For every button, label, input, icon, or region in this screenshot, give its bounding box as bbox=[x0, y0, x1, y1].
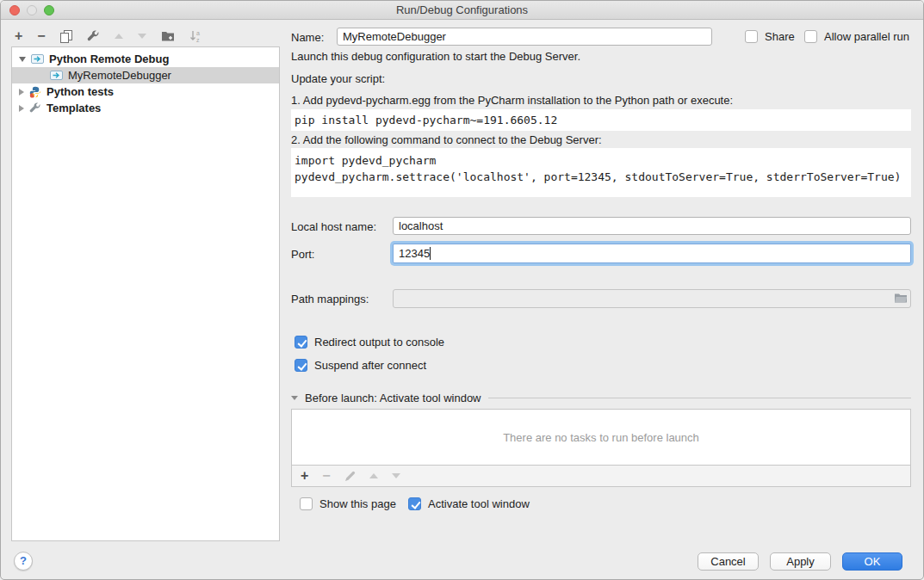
chevron-expanded-icon[interactable] bbox=[19, 57, 26, 62]
tree-item-label: MyRemoteDebugger bbox=[68, 69, 171, 82]
path-mappings-label: Path mappings: bbox=[291, 293, 369, 305]
tree-item-label: Python Remote Debug bbox=[49, 52, 169, 65]
port-label: Port: bbox=[291, 248, 314, 261]
tree-item-label: Templates bbox=[47, 102, 101, 114]
redirect-output-row: Redirect output to console bbox=[295, 336, 444, 349]
ok-button[interactable]: OK bbox=[842, 552, 902, 571]
chevron-collapsed-icon[interactable] bbox=[19, 89, 24, 96]
step-1-text: 1. Add pydevd-pycharm.egg from the PyCha… bbox=[291, 94, 733, 107]
apply-button[interactable]: Apply bbox=[770, 552, 831, 571]
before-launch-title: Before launch: Activate tool window bbox=[305, 392, 481, 404]
empty-task-list-text: There are no tasks to run before launch bbox=[503, 431, 699, 444]
edit-templates-wrench-icon[interactable] bbox=[87, 30, 100, 43]
tree-item-templates[interactable]: Templates bbox=[12, 100, 279, 116]
chevron-collapsed-icon[interactable] bbox=[19, 105, 24, 112]
path-mappings-input[interactable] bbox=[393, 289, 911, 308]
show-this-page-row: Show this page bbox=[300, 497, 396, 510]
move-task-up-icon bbox=[369, 473, 378, 478]
description-line-1: Launch this debug configuration to start… bbox=[291, 50, 580, 63]
allow-parallel-checkbox-row: Allow parallel run bbox=[804, 30, 909, 43]
move-up-icon bbox=[115, 34, 123, 39]
share-checkbox-row: Share bbox=[745, 30, 795, 43]
tree-item-python-remote-debug[interactable]: Python Remote Debug bbox=[12, 51, 279, 67]
run-debug-configurations-dialog: Run/Debug Configurations + − az Python R… bbox=[0, 0, 924, 580]
configurations-toolbar: + − az bbox=[15, 29, 202, 43]
show-this-page-label: Show this page bbox=[319, 497, 396, 510]
remote-debug-icon bbox=[31, 53, 44, 65]
share-label: Share bbox=[765, 30, 795, 43]
sort-alphabetically-icon[interactable]: az bbox=[189, 30, 202, 43]
separator-line bbox=[488, 398, 911, 398]
suspend-after-connect-row: Suspend after connect bbox=[295, 359, 426, 372]
tree-item-myremotedebugger[interactable]: MyRemoteDebugger bbox=[12, 67, 279, 83]
pip-install-code-block: pip install pydevd-pycharm~=191.6605.12 bbox=[291, 109, 911, 131]
code-line-2: pydevd_pycharm.settrace('localhost', por… bbox=[295, 169, 911, 185]
tree-item-label: Python tests bbox=[47, 85, 114, 98]
configurations-tree: Python Remote Debug MyRemoteDebugger Pyt… bbox=[11, 46, 280, 541]
new-folder-icon[interactable] bbox=[161, 30, 175, 42]
svg-text:z: z bbox=[196, 37, 200, 43]
before-launch-task-list[interactable]: There are no tasks to run before launch bbox=[291, 409, 911, 466]
remove-configuration-icon[interactable]: − bbox=[37, 30, 45, 42]
add-configuration-icon[interactable]: + bbox=[15, 30, 22, 42]
tree-item-python-tests[interactable]: Python tests bbox=[12, 83, 279, 100]
allow-parallel-run-label: Allow parallel run bbox=[824, 30, 909, 43]
edit-task-pencil-icon bbox=[344, 471, 356, 482]
templates-wrench-icon bbox=[29, 102, 41, 114]
cancel-button[interactable]: Cancel bbox=[698, 552, 759, 571]
task-list-toolbar: + − bbox=[291, 466, 911, 487]
title-bar: Run/Debug Configurations bbox=[1, 1, 923, 20]
python-tests-icon bbox=[29, 86, 41, 98]
name-input[interactable] bbox=[337, 28, 712, 46]
port-input-wrapper bbox=[393, 244, 911, 263]
redirect-output-label: Redirect output to console bbox=[314, 336, 444, 349]
copy-configuration-icon[interactable] bbox=[60, 30, 72, 43]
browse-folder-icon[interactable] bbox=[894, 293, 908, 306]
code-line-1: import pydevd_pycharm bbox=[295, 152, 911, 169]
redirect-output-checkbox[interactable] bbox=[295, 336, 307, 349]
collapse-triangle-icon[interactable] bbox=[291, 396, 298, 400]
remote-debug-icon bbox=[50, 70, 63, 81]
settrace-code-block: import pydevd_pycharm pydevd_pycharm.set… bbox=[291, 148, 911, 197]
remove-task-icon: − bbox=[322, 470, 330, 482]
help-button[interactable]: ? bbox=[14, 552, 33, 571]
move-down-icon bbox=[138, 34, 146, 39]
move-task-down-icon bbox=[392, 473, 400, 478]
before-launch-header[interactable]: Before launch: Activate tool window bbox=[291, 392, 911, 404]
text-caret bbox=[430, 247, 431, 260]
allow-parallel-run-checkbox[interactable] bbox=[804, 30, 817, 43]
add-task-icon[interactable]: + bbox=[301, 470, 308, 482]
activate-tool-window-label: Activate tool window bbox=[428, 497, 530, 510]
suspend-after-connect-checkbox[interactable] bbox=[295, 359, 307, 372]
svg-text:a: a bbox=[196, 30, 200, 36]
local-host-name-label: Local host name: bbox=[291, 220, 376, 233]
name-label: Name: bbox=[291, 31, 324, 44]
window-title: Run/Debug Configurations bbox=[1, 3, 923, 16]
port-input[interactable] bbox=[393, 244, 911, 263]
share-checkbox[interactable] bbox=[745, 30, 758, 43]
local-host-name-input[interactable] bbox=[393, 217, 911, 235]
description-line-2: Update your script: bbox=[291, 72, 385, 85]
step-2-text: 2. Add the following command to connect … bbox=[291, 133, 602, 146]
suspend-after-connect-label: Suspend after connect bbox=[314, 359, 426, 372]
show-this-page-checkbox[interactable] bbox=[300, 497, 313, 510]
activate-tool-window-row: Activate tool window bbox=[408, 497, 530, 510]
activate-tool-window-checkbox[interactable] bbox=[408, 497, 421, 510]
